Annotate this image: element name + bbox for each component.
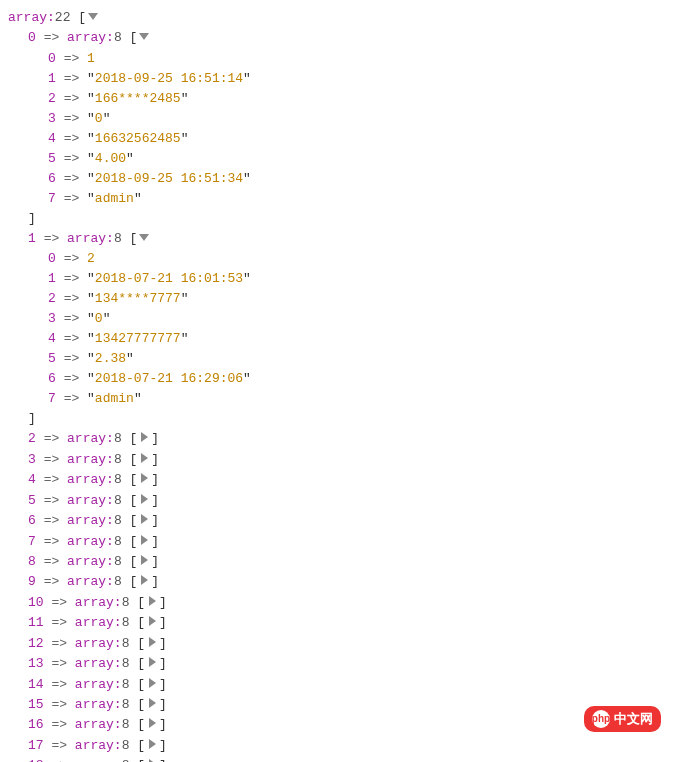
- svg-marker-3: [141, 432, 148, 442]
- array-count: 8: [122, 718, 130, 733]
- expand-toggle-icon[interactable]: [145, 654, 159, 674]
- array-count: 22: [55, 10, 71, 25]
- value-string: 166****2485: [95, 91, 181, 106]
- array-key: 16: [28, 718, 44, 733]
- expand-toggle-icon[interactable]: [137, 572, 151, 592]
- array-key: 0: [28, 31, 36, 46]
- array-key: 3: [28, 452, 36, 467]
- array-key: 7: [28, 534, 36, 549]
- collapse-toggle-icon[interactable]: [86, 8, 100, 28]
- item-key: 7: [48, 191, 56, 206]
- array-label: array: [75, 677, 114, 692]
- array-item: 2 => "134****7777": [8, 289, 669, 309]
- item-key: 2: [48, 91, 56, 106]
- array-label: array: [75, 738, 114, 753]
- array-count: 8: [122, 657, 130, 672]
- expand-toggle-icon[interactable]: [137, 532, 151, 552]
- svg-marker-11: [149, 596, 156, 606]
- array-count: 8: [122, 616, 130, 631]
- svg-marker-13: [149, 637, 156, 647]
- array-count: 8: [122, 595, 130, 610]
- array-item: 1 => "2018-09-25 16:51:14": [8, 69, 669, 89]
- array-entry-collapsed: 4 => array:8 []: [8, 470, 669, 490]
- expand-toggle-icon[interactable]: [137, 491, 151, 511]
- array-key: 17: [28, 738, 44, 753]
- array-item: 4 => "16632562485": [8, 129, 669, 149]
- array-key: 2: [28, 432, 36, 447]
- array-label: array: [67, 575, 106, 590]
- value-string: 2018-09-25 16:51:34: [95, 171, 243, 186]
- item-key: 7: [48, 391, 56, 406]
- array-item: 0 => 2: [8, 249, 669, 269]
- item-key: 2: [48, 291, 56, 306]
- value-string: admin: [95, 391, 134, 406]
- value-string: 2018-07-21 16:29:06: [95, 371, 243, 386]
- array-entry-collapsed: 18 => array:8 []: [8, 756, 669, 762]
- array-item: 5 => "4.00": [8, 149, 669, 169]
- svg-marker-10: [141, 575, 148, 585]
- svg-marker-18: [149, 739, 156, 749]
- expand-toggle-icon[interactable]: [145, 593, 159, 613]
- array-label: array: [67, 231, 106, 246]
- var-dump-output: array:22 [0 => array:8 [0 => 11 => "2018…: [8, 8, 669, 762]
- svg-marker-15: [149, 678, 156, 688]
- item-key: 0: [48, 51, 56, 66]
- svg-marker-12: [149, 616, 156, 626]
- item-key: 6: [48, 371, 56, 386]
- value-string: 2018-07-21 16:01:53: [95, 271, 243, 286]
- item-key: 1: [48, 71, 56, 86]
- collapse-toggle-icon[interactable]: [137, 28, 151, 48]
- array-entry-collapsed: 10 => array:8 []: [8, 593, 669, 613]
- array-entry-collapsed: 3 => array:8 []: [8, 450, 669, 470]
- collapse-toggle-icon[interactable]: [137, 229, 151, 249]
- array-entry-collapsed: 14 => array:8 []: [8, 675, 669, 695]
- expand-toggle-icon[interactable]: [145, 695, 159, 715]
- array-count: 8: [114, 493, 122, 508]
- array-entry-header: 1 => array:8 [: [8, 229, 669, 249]
- array-label: array: [67, 452, 106, 467]
- expand-toggle-icon[interactable]: [145, 675, 159, 695]
- expand-toggle-icon[interactable]: [137, 552, 151, 572]
- array-key: 8: [28, 554, 36, 569]
- array-label: array: [67, 554, 106, 569]
- array-count: 8: [122, 738, 130, 753]
- array-label: array: [8, 10, 47, 25]
- array-entry-collapsed: 11 => array:8 []: [8, 613, 669, 633]
- array-count: 8: [114, 473, 122, 488]
- array-key: 5: [28, 493, 36, 508]
- value-string: 16632562485: [95, 131, 181, 146]
- expand-toggle-icon[interactable]: [145, 613, 159, 633]
- array-label: array: [67, 514, 106, 529]
- value-number: 1: [87, 51, 95, 66]
- expand-toggle-icon[interactable]: [145, 634, 159, 654]
- svg-marker-4: [141, 453, 148, 463]
- item-key: 4: [48, 331, 56, 346]
- expand-toggle-icon[interactable]: [137, 450, 151, 470]
- array-entry-collapsed: 5 => array:8 []: [8, 491, 669, 511]
- expand-toggle-icon[interactable]: [145, 715, 159, 735]
- expand-toggle-icon[interactable]: [145, 736, 159, 756]
- array-label: array: [67, 493, 106, 508]
- expand-toggle-icon[interactable]: [137, 429, 151, 449]
- item-key: 0: [48, 251, 56, 266]
- item-key: 6: [48, 171, 56, 186]
- array-item: 5 => "2.38": [8, 349, 669, 369]
- array-close-bracket: ]: [8, 209, 669, 229]
- array-entry-collapsed: 13 => array:8 []: [8, 654, 669, 674]
- watermark-logo: php: [592, 710, 610, 728]
- value-string: 4.00: [95, 151, 126, 166]
- array-key: 10: [28, 595, 44, 610]
- array-count: 8: [122, 677, 130, 692]
- svg-marker-5: [141, 473, 148, 483]
- expand-toggle-icon[interactable]: [137, 470, 151, 490]
- array-label: array: [75, 657, 114, 672]
- array-item: 7 => "admin": [8, 389, 669, 409]
- array-entry-collapsed: 6 => array:8 []: [8, 511, 669, 531]
- expand-toggle-icon[interactable]: [137, 511, 151, 531]
- array-item: 6 => "2018-07-21 16:29:06": [8, 369, 669, 389]
- array-entry-header: 0 => array:8 [: [8, 28, 669, 48]
- item-key: 3: [48, 111, 56, 126]
- array-entry-collapsed: 12 => array:8 []: [8, 634, 669, 654]
- svg-marker-0: [88, 13, 98, 20]
- expand-toggle-icon[interactable]: [145, 756, 159, 762]
